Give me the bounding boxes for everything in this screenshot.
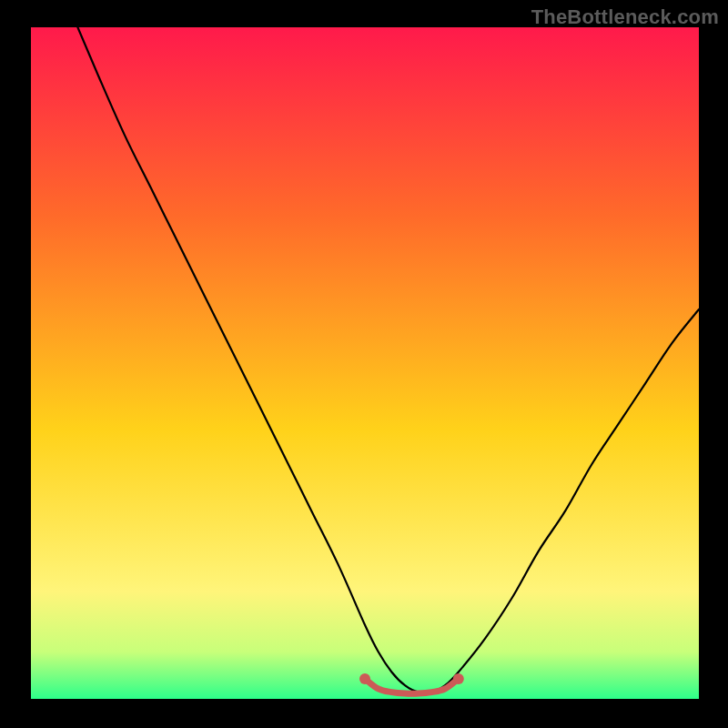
flat-end-marker <box>453 673 464 684</box>
chart-frame: TheBottleneck.com <box>0 0 728 728</box>
flat-start-marker <box>359 673 370 684</box>
bottleneck-plot <box>31 27 699 699</box>
plot-svg <box>31 27 699 699</box>
gradient-background <box>31 27 699 699</box>
watermark-text: TheBottleneck.com <box>531 5 719 29</box>
